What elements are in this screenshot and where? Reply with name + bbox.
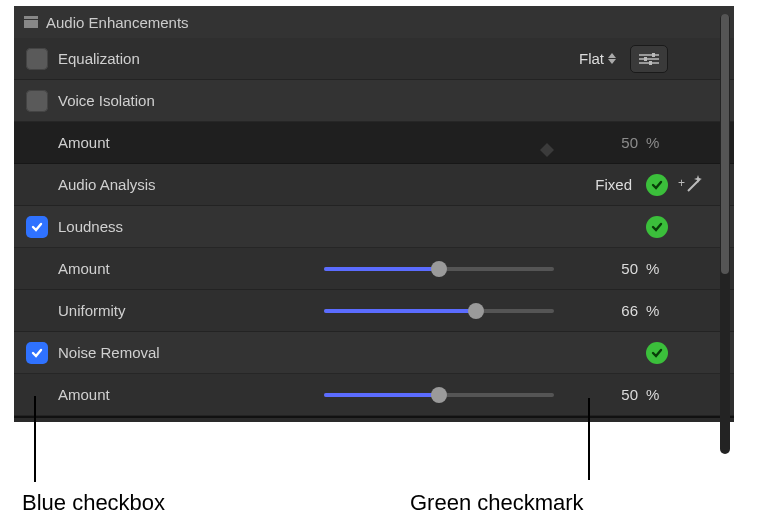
callout-green-checkmark: Green checkmark [410, 490, 584, 516]
equalization-preset-dropdown[interactable]: Flat [579, 50, 616, 67]
voice-isolation-checkbox[interactable] [26, 90, 48, 112]
voice-isolation-label: Voice Isolation [58, 92, 155, 109]
loudness-amount-label: Amount [58, 260, 110, 277]
loudness-uniformity-label: Uniformity [58, 302, 126, 319]
loudness-label: Loudness [58, 218, 123, 235]
loudness-amount-value[interactable]: 50 [594, 260, 638, 277]
loudness-uniformity-value[interactable]: 66 [594, 302, 638, 319]
svg-rect-1 [24, 20, 38, 28]
audio-analysis-row: Audio Analysis Fixed + [14, 164, 734, 206]
equalizer-settings-button[interactable] [630, 45, 668, 73]
loudness-uniformity-slider[interactable] [324, 301, 554, 321]
noise-removal-amount-slider[interactable] [324, 385, 554, 405]
magic-wand-button[interactable]: + [678, 175, 702, 195]
loudness-checkbox[interactable] [26, 216, 48, 238]
svg-text:+: + [678, 176, 685, 190]
audio-analysis-status: Fixed [595, 176, 632, 193]
equalization-preset-value: Flat [579, 50, 604, 67]
loudness-row: Loudness [14, 206, 734, 248]
noise-removal-amount-row: Amount 50 % [14, 374, 734, 416]
noise-removal-label: Noise Removal [58, 344, 160, 361]
loudness-amount-slider[interactable] [324, 259, 554, 279]
scrollbar[interactable] [720, 14, 730, 454]
loudness-amount-row: Amount 50 % [14, 248, 734, 290]
noise-removal-row: Noise Removal [14, 332, 734, 374]
noise-removal-amount-value[interactable]: 50 [594, 386, 638, 403]
loudness-uniformity-row: Uniformity 66 % [14, 290, 734, 332]
voice-isolation-row: Voice Isolation [14, 80, 734, 122]
noise-removal-amount-label: Amount [58, 386, 110, 403]
svg-rect-6 [644, 57, 647, 61]
scrollbar-thumb[interactable] [721, 14, 729, 274]
equalization-label: Equalization [58, 50, 140, 67]
noise-removal-checkbox[interactable] [26, 342, 48, 364]
loudness-amount-unit: % [646, 260, 668, 277]
chevron-updown-icon [608, 53, 616, 64]
callout-line [34, 396, 36, 482]
callout-blue-checkbox: Blue checkbox [22, 490, 165, 516]
svg-rect-5 [652, 53, 655, 57]
section-title: Audio Enhancements [46, 14, 189, 31]
checkmark-circle-icon [646, 216, 668, 238]
svg-rect-0 [24, 16, 38, 19]
sliders-icon [639, 52, 659, 66]
voice-isolation-amount-unit: % [646, 134, 668, 151]
checkmark-circle-icon [646, 174, 668, 196]
audio-enhancements-panel: Audio Enhancements Equalization Flat [14, 6, 734, 422]
checkmark-circle-icon [646, 342, 668, 364]
voice-isolation-amount-row: Amount 50 % [14, 122, 734, 164]
voice-isolation-amount-label: Amount [58, 134, 110, 151]
audio-analysis-label: Audio Analysis [58, 176, 156, 193]
callout-line [588, 398, 590, 480]
voice-isolation-amount-value[interactable]: 50 [594, 134, 638, 151]
section-header[interactable]: Audio Enhancements [14, 6, 734, 38]
loudness-uniformity-unit: % [646, 302, 668, 319]
disclosure-icon[interactable] [24, 15, 38, 29]
equalization-row: Equalization Flat [14, 38, 734, 80]
noise-removal-amount-unit: % [646, 386, 668, 403]
equalization-checkbox[interactable] [26, 48, 48, 70]
svg-rect-7 [649, 61, 652, 65]
keyframe-diamond-icon[interactable] [540, 136, 554, 150]
